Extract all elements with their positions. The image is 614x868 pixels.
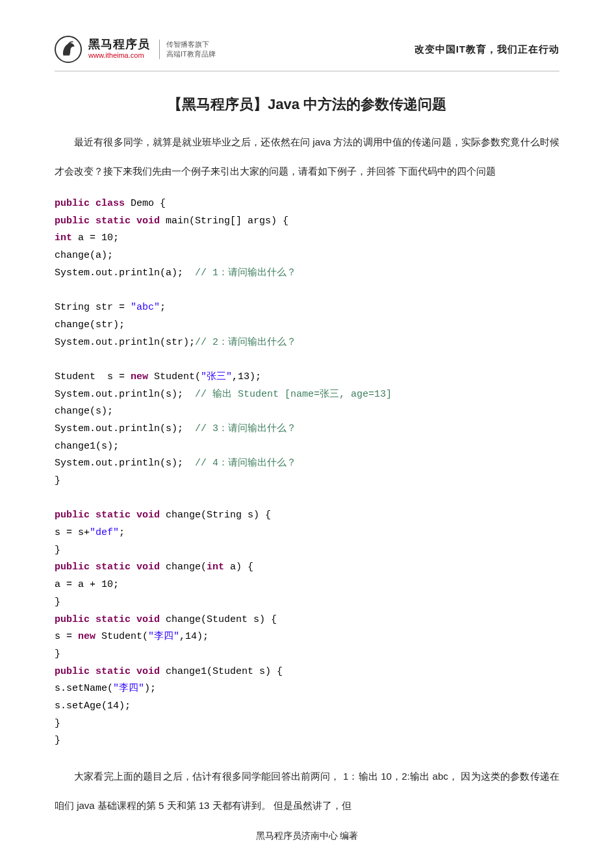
code-text: ); — [144, 683, 156, 694]
code-keyword: class — [96, 198, 125, 209]
code-text: Demo { — [125, 198, 166, 209]
code-text: change( — [160, 562, 207, 573]
code-block: public class Demo { public static void m… — [55, 195, 559, 750]
code-text: } — [55, 649, 60, 660]
code-text: s.setName( — [55, 683, 113, 694]
code-text: change(Student s) { — [160, 614, 277, 625]
code-text: s = s+ — [55, 527, 90, 538]
logo-title-en: www.itheima.com — [88, 51, 150, 60]
code-text: System.out.println(str); — [55, 337, 195, 348]
document-page: 黑马程序员 www.itheima.com 传智播客旗下 高端IT教育品牌 改变… — [0, 0, 614, 868]
code-keyword: static — [96, 216, 131, 227]
logo-block: 黑马程序员 www.itheima.com 传智播客旗下 高端IT教育品牌 — [55, 36, 216, 63]
code-text: ,13); — [232, 371, 261, 382]
code-keyword: new — [131, 371, 148, 382]
code-keyword: public — [55, 216, 90, 227]
code-text: change1(Student s) { — [160, 666, 283, 677]
logo-side-text: 传智播客旗下 高端IT教育品牌 — [159, 40, 216, 60]
code-comment: // 2：请问输出什么？ — [195, 337, 296, 348]
code-text: Student( — [148, 371, 201, 382]
code-string: "李四" — [148, 631, 179, 642]
code-text: change(str); — [55, 319, 125, 330]
code-text: } — [55, 475, 60, 486]
code-keyword: static — [96, 614, 131, 625]
code-text: Student s = — [55, 371, 131, 382]
code-string: "张三" — [201, 371, 232, 382]
code-text: change1(s); — [55, 441, 119, 452]
code-text: System.out.println(s); — [55, 458, 195, 469]
logo-side-line2: 高端IT教育品牌 — [166, 49, 216, 59]
horse-logo-icon — [55, 36, 82, 63]
code-keyword: void — [136, 614, 160, 625]
code-text: change(s); — [55, 406, 113, 417]
code-keyword: static — [96, 562, 131, 573]
code-text: ; — [119, 527, 125, 538]
code-comment: // 3：请问输出什么？ — [195, 423, 296, 434]
code-text: String str = — [55, 302, 131, 313]
header-slogan: 改变中国IT教育，我们正在行动 — [415, 43, 559, 56]
code-keyword: void — [136, 666, 160, 677]
code-text: a = a + 10; — [55, 579, 119, 590]
code-keyword: static — [96, 510, 131, 521]
code-text: Student( — [96, 631, 148, 642]
code-text: ; — [160, 302, 166, 313]
code-keyword: static — [96, 666, 131, 677]
code-text: s.setAge(14); — [55, 701, 131, 712]
code-text: } — [55, 597, 60, 608]
code-keyword: int — [55, 232, 72, 243]
logo-text: 黑马程序员 www.itheima.com — [88, 38, 150, 60]
code-text: main(String[] args) { — [160, 216, 288, 227]
code-keyword: public — [55, 666, 90, 677]
code-text: } — [55, 545, 60, 556]
code-comment: // 1：请问输出什么？ — [195, 267, 296, 279]
code-keyword: void — [136, 216, 160, 227]
code-text: s = — [55, 631, 78, 642]
code-keyword: public — [55, 198, 90, 209]
code-comment: // 输出 Student [name=张三, age=13] — [195, 389, 392, 400]
code-keyword: new — [78, 631, 96, 642]
outro-paragraph: 大家看完上面的题目之后，估计有很多同学能回答出前两问， 1：输出 10，2:输出… — [55, 762, 559, 820]
page-footer: 黑马程序员济南中心 编著 — [0, 830, 614, 842]
code-string: "abc" — [131, 302, 160, 313]
code-keyword: void — [136, 510, 160, 521]
code-text: change(a); — [55, 250, 113, 261]
intro-paragraph: 最近有很多同学，就算是就业班毕业之后，还依然在问 java 方法的调用中值的传递… — [55, 127, 559, 186]
code-keyword: public — [55, 614, 90, 625]
code-text: ,14); — [179, 631, 209, 642]
code-comment: // 4：请问输出什么？ — [195, 458, 296, 469]
code-keyword: public — [55, 510, 90, 521]
article-title: 【黑马程序员】Java 中方法的参数传递问题 — [55, 95, 559, 114]
code-text: System.out.println(s); — [55, 389, 195, 400]
code-string: "李四" — [113, 683, 144, 694]
logo-title-cn: 黑马程序员 — [88, 38, 150, 50]
code-text: a) { — [224, 562, 253, 573]
logo-side-line1: 传智播客旗下 — [166, 40, 216, 49]
code-text: change(String s) { — [160, 510, 271, 521]
code-keyword: public — [55, 562, 90, 573]
code-keyword: int — [207, 562, 224, 573]
code-keyword: void — [136, 562, 160, 573]
code-text: } — [55, 718, 60, 729]
page-header: 黑马程序员 www.itheima.com 传智播客旗下 高端IT教育品牌 改变… — [55, 36, 559, 71]
code-text: } — [55, 735, 60, 746]
code-text: System.out.println(a); — [55, 267, 195, 279]
code-string: "def" — [90, 527, 119, 538]
code-text: System.out.println(s); — [55, 423, 195, 434]
code-text: a = 10; — [72, 232, 119, 243]
